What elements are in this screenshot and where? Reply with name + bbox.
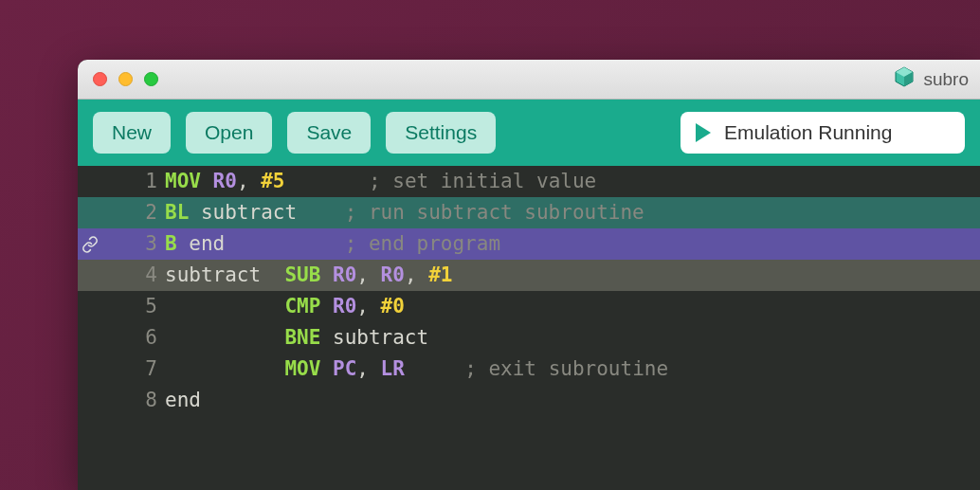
line-number: 2 [78, 197, 165, 228]
line-number: 1 [78, 166, 165, 197]
code-line[interactable]: 1MOV R0, #5 ; set initial value [78, 166, 980, 197]
zoom-window-button[interactable] [144, 72, 158, 86]
close-window-button[interactable] [93, 72, 107, 86]
code-content: CMP R0, #0 [165, 291, 405, 322]
code-content: BL subtract ; run subtract subroutine [165, 197, 644, 228]
code-content: subtract SUB R0, R0, #1 [165, 260, 453, 291]
code-content: BNE subtract [165, 322, 428, 354]
app-window: subro New Open Save Settings Emulation R… [78, 60, 980, 490]
app-cube-icon [893, 65, 916, 93]
code-editor[interactable]: 1MOV R0, #5 ; set initial value2BL subtr… [78, 166, 980, 416]
code-content: MOV R0, #5 ; set initial value [165, 166, 596, 197]
code-content: end [165, 385, 201, 416]
save-button[interactable]: Save [287, 112, 371, 154]
settings-button[interactable]: Settings [386, 112, 496, 154]
code-content: MOV PC, LR ; exit subroutine [165, 354, 668, 385]
emulation-status[interactable]: Emulation Running [681, 112, 965, 154]
line-number: 8 [78, 385, 165, 416]
window-title: subro [923, 69, 969, 90]
window-title-group: subro [893, 60, 969, 99]
line-number: 7 [78, 354, 165, 385]
play-icon [696, 123, 711, 142]
code-line[interactable]: 5 CMP R0, #0 [78, 291, 980, 322]
new-button[interactable]: New [93, 112, 171, 154]
code-line[interactable]: 6 BNE subtract [78, 322, 980, 354]
line-number: 5 [78, 291, 165, 322]
status-text: Emulation Running [724, 121, 892, 144]
link-icon[interactable] [78, 228, 102, 260]
open-button[interactable]: Open [186, 112, 272, 154]
code-line[interactable]: 8end [78, 385, 980, 416]
line-number: 4 [78, 260, 165, 291]
code-line[interactable]: 4subtract SUB R0, R0, #1 [78, 260, 980, 291]
toolbar: New Open Save Settings Emulation Running [78, 100, 980, 166]
window-controls [93, 72, 158, 86]
code-line[interactable]: 7 MOV PC, LR ; exit subroutine [78, 354, 980, 385]
code-line[interactable]: 3B end ; end program [78, 228, 980, 260]
code-content: B end ; end program [165, 228, 500, 260]
line-number: 6 [78, 322, 165, 354]
minimize-window-button[interactable] [118, 72, 133, 86]
titlebar[interactable]: subro [78, 60, 980, 100]
code-line[interactable]: 2BL subtract ; run subtract subroutine [78, 197, 980, 228]
